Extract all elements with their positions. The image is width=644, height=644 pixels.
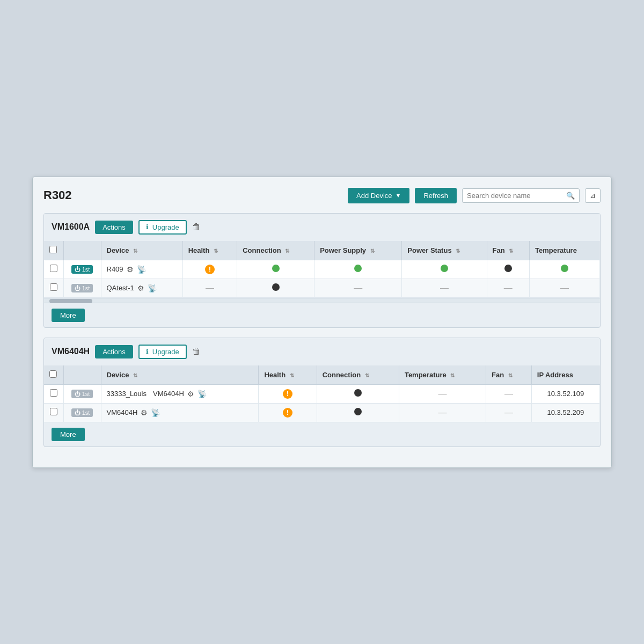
gear-icon[interactable]: ⚙ <box>127 265 134 274</box>
row-checkbox[interactable] <box>50 389 57 397</box>
antenna-icon[interactable]: 📡 <box>197 390 207 398</box>
table-row: ⏻ 1st VM6404H ⚙ 📡 ! — — 10.3.52.20 <box>44 403 600 422</box>
section-vm6404h: VM6404H Actions ℹ Upgrade 🗑 Device ⇅ Hea… <box>43 338 601 447</box>
page-title: R302 <box>43 188 342 202</box>
device-name-cell: QAtest-1 ⚙ 📡 <box>101 279 182 297</box>
select-all-checkbox-vm1600a[interactable] <box>49 246 57 253</box>
section-header-vm6404h: VM6404H Actions ℹ Upgrade 🗑 <box>44 338 600 365</box>
sort-ps-icon[interactable]: ⇅ <box>370 248 375 254</box>
fan-status-dash: — <box>504 408 513 417</box>
refresh-button[interactable]: Refresh <box>415 188 457 203</box>
search-input[interactable] <box>467 192 564 200</box>
fan-status-dash: — <box>504 389 513 398</box>
connection-status-black <box>272 283 280 291</box>
sort-device-icon[interactable]: ⇅ <box>133 248 137 254</box>
add-device-button[interactable]: Add Device ▼ <box>348 188 409 203</box>
section-vm1600a: VM1600A Actions ℹ Upgrade 🗑 Device ⇅ Hea… <box>43 213 601 328</box>
info-icon: ℹ <box>146 223 149 231</box>
device-tag[interactable]: ⏻ 1st <box>71 390 93 398</box>
gear-icon[interactable]: ⚙ <box>187 390 194 398</box>
actions-button-vm1600a[interactable]: Actions <box>95 221 133 234</box>
sort-health-icon2[interactable]: ⇅ <box>290 372 294 378</box>
health-status-warn: ! <box>283 408 292 418</box>
col-temp-vm1600a: Temperature <box>530 241 600 260</box>
filter-icon[interactable]: ⊿ <box>585 188 601 203</box>
col-power-status-vm1600a: Power Status ⇅ <box>402 241 487 260</box>
col-health-vm6404h: Health ⇅ <box>259 365 317 385</box>
col-ip-vm6404h: IP Address <box>531 365 599 385</box>
fan-status-black <box>504 265 512 272</box>
connection-status-black <box>354 389 362 397</box>
connection-status-black <box>354 408 362 415</box>
chevron-down-icon: ▼ <box>396 192 401 199</box>
power-status-green <box>441 265 448 272</box>
sort-connection-icon[interactable]: ⇅ <box>285 248 289 254</box>
sort-temp-icon2[interactable]: ⇅ <box>450 372 455 378</box>
antenna-icon[interactable]: 📡 <box>148 284 157 292</box>
gear-icon[interactable]: ⚙ <box>141 408 148 417</box>
power-supply-status-green <box>354 265 362 272</box>
col-device-vm6404h: Device ⇅ <box>101 365 259 385</box>
temp-status-green <box>561 265 568 272</box>
upgrade-label-vm1600a: Upgrade <box>152 223 179 231</box>
row-checkbox[interactable] <box>50 265 57 272</box>
ip-address-cell: 10.3.52.109 <box>531 384 599 403</box>
scrollbar-vm1600a[interactable] <box>44 298 600 303</box>
more-button-vm1600a[interactable]: More <box>52 309 85 322</box>
col-health-vm1600a: Health ⇅ <box>182 241 237 260</box>
table-vm1600a: Device ⇅ Health ⇅ Connection ⇅ Power Sup… <box>44 241 600 298</box>
more-button-vm6404h[interactable]: More <box>52 428 85 441</box>
device-tag-inactive[interactable]: ⏻ 1st <box>71 284 93 292</box>
col-device-vm1600a: Device ⇅ <box>101 241 182 260</box>
upgrade-button-vm1600a[interactable]: ℹ Upgrade <box>138 220 187 235</box>
row-checkbox[interactable] <box>50 408 57 415</box>
power-supply-dash: — <box>354 283 362 292</box>
table-row: ⏻ 1st QAtest-1 ⚙ 📡 — — — — <box>44 279 600 297</box>
power-status-dash: — <box>440 283 449 292</box>
device-name-cell: 33333_Louis VM6404H ⚙ 📡 <box>101 384 259 403</box>
sort-pstat-icon[interactable]: ⇅ <box>456 248 460 254</box>
col-connection-vm6404h: Connection ⇅ <box>317 365 399 385</box>
section-title-vm6404h: VM6404H <box>52 347 90 356</box>
delete-icon-vm6404h[interactable]: 🗑 <box>192 347 201 356</box>
device-name-cell: VM6404H ⚙ 📡 <box>101 403 259 422</box>
scrollbar-thumb[interactable] <box>49 299 92 303</box>
col-fan-vm1600a: Fan ⇅ <box>487 241 530 260</box>
antenna-icon[interactable]: 📡 <box>137 265 146 274</box>
health-status-warn: ! <box>205 265 215 274</box>
actions-button-vm6404h[interactable]: Actions <box>95 345 133 358</box>
health-status-dash: — <box>206 283 214 292</box>
device-name: VM6404H <box>107 408 138 416</box>
gear-icon[interactable]: ⚙ <box>137 284 144 292</box>
ip-address-cell: 10.3.52.209 <box>531 403 599 422</box>
col-power-supply-vm1600a: Power Supply ⇅ <box>314 241 402 260</box>
search-box: 🔍 <box>462 188 580 203</box>
sort-health-icon[interactable]: ⇅ <box>214 248 218 254</box>
device-tag[interactable]: ⏻ 1st <box>71 408 93 417</box>
table-row: ⏻ 1st R409 ⚙ 📡 ! <box>44 260 600 279</box>
select-all-checkbox-vm6404h[interactable] <box>49 370 57 378</box>
temp-status-dash: — <box>438 389 447 398</box>
upgrade-button-vm6404h[interactable]: ℹ Upgrade <box>138 345 187 359</box>
health-status-warn: ! <box>283 389 292 399</box>
upgrade-label-vm6404h: Upgrade <box>152 348 179 356</box>
device-name: QAtest-1 <box>107 284 134 292</box>
sort-conn-icon2[interactable]: ⇅ <box>365 372 369 378</box>
refresh-label: Refresh <box>423 192 448 200</box>
sort-device-icon2[interactable]: ⇅ <box>133 372 137 378</box>
sort-fan-icon[interactable]: ⇅ <box>509 248 513 254</box>
device-name: 33333_Louis <box>107 390 147 398</box>
device-model: VM6404H <box>153 390 184 398</box>
table-row: ⏻ 1st 33333_Louis VM6404H ⚙ 📡 ! — <box>44 384 600 403</box>
info-icon: ℹ <box>146 348 149 355</box>
search-icon: 🔍 <box>566 192 575 200</box>
device-tag[interactable]: ⏻ 1st <box>71 265 93 274</box>
row-checkbox[interactable] <box>50 283 57 291</box>
sort-fan-icon2[interactable]: ⇅ <box>508 372 513 378</box>
page-header: R302 Add Device ▼ Refresh 🔍 ⊿ <box>43 188 601 203</box>
temp-status-dash: — <box>438 408 447 417</box>
delete-icon-vm1600a[interactable]: 🗑 <box>192 222 201 232</box>
device-name: R409 <box>107 265 123 273</box>
antenna-icon[interactable]: 📡 <box>151 408 160 417</box>
add-device-label: Add Device <box>356 192 392 200</box>
